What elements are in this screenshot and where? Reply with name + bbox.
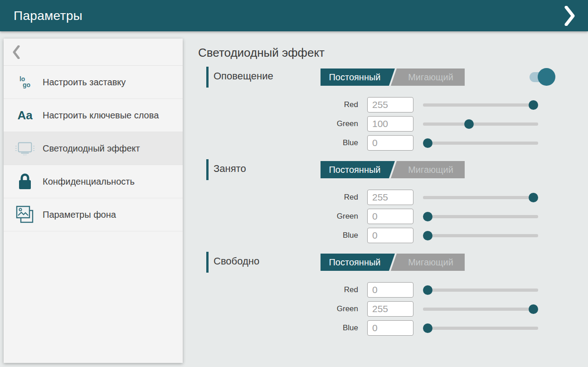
slider-track — [423, 196, 538, 199]
channel-label: Blue — [198, 231, 358, 240]
section-free: Свободно Постоянный Мигающий — [198, 252, 588, 273]
mode-segmented-control: Постоянный Мигающий — [321, 161, 465, 178]
settings-sidebar: logo Настроить заставку Aa Настроить клю… — [4, 39, 183, 363]
mode-constant-button[interactable]: Постоянный — [321, 161, 395, 178]
red-value-input[interactable] — [367, 282, 413, 298]
blue-slider[interactable] — [423, 228, 538, 243]
blue-value-input[interactable] — [367, 320, 413, 336]
blue-value-input[interactable] — [367, 135, 413, 151]
red-slider[interactable] — [423, 282, 538, 298]
section-accent-bar — [206, 67, 209, 88]
mode-constant-button[interactable]: Постоянный — [321, 69, 395, 86]
channel-label: Green — [198, 119, 358, 128]
sidebar-item-keywords[interactable]: Aa Настроить ключевые слова — [4, 99, 183, 132]
slider-track — [423, 289, 538, 292]
sidebar-back-button[interactable] — [4, 39, 183, 66]
section-accent-bar — [206, 159, 209, 180]
section-label: Занято — [214, 163, 246, 175]
slider-thumb[interactable] — [423, 285, 432, 295]
slider-track — [423, 103, 538, 107]
red-value-input[interactable] — [367, 97, 413, 113]
sidebar-item-label: Светодиодный эффект — [43, 142, 140, 154]
slider-track — [423, 308, 538, 311]
slider-track — [423, 142, 538, 145]
channel-row-green: Green — [198, 116, 588, 132]
channel-label: Green — [198, 304, 358, 313]
channel-row-blue: Blue — [198, 135, 588, 151]
green-value-input[interactable] — [367, 301, 413, 317]
slider-thumb[interactable] — [423, 212, 432, 221]
chevron-left-icon — [13, 45, 20, 59]
mode-blinking-button[interactable]: Мигающий — [391, 161, 465, 178]
sidebar-item-label: Конфиденциальность — [43, 176, 135, 187]
mode-constant-button[interactable]: Постоянный — [321, 254, 395, 271]
slider-track — [423, 234, 538, 237]
sidebar-item-led-effect[interactable]: Светодиодный эффект — [4, 132, 183, 165]
rgb-channels: Red Green Blue — [198, 282, 588, 336]
channel-row-red: Red — [198, 282, 588, 298]
sidebar-item-label: Параметры фона — [43, 209, 116, 220]
section-accent-bar — [206, 252, 209, 273]
channel-row-red: Red — [198, 190, 588, 205]
slider-thumb[interactable] — [529, 100, 538, 110]
green-slider[interactable] — [423, 116, 538, 132]
toggle-knob — [538, 68, 555, 86]
mode-segmented-control: Постоянный Мигающий — [321, 254, 465, 271]
slider-thumb[interactable] — [423, 323, 432, 333]
led-monitor-icon — [15, 140, 35, 157]
red-slider[interactable] — [423, 97, 538, 113]
channel-label: Blue — [198, 323, 358, 333]
sidebar-item-label: Настроить заставку — [43, 76, 126, 88]
logo-icon: logo — [15, 76, 35, 88]
slider-thumb[interactable] — [529, 193, 538, 202]
channel-row-red: Red — [198, 97, 588, 113]
channel-label: Green — [198, 212, 358, 221]
slider-thumb[interactable] — [423, 138, 432, 148]
sidebar-item-privacy[interactable]: Конфиденциальность — [4, 165, 183, 198]
mode-blinking-button[interactable]: Мигающий — [391, 254, 465, 271]
rgb-channels: Red Green Blue — [198, 97, 588, 151]
rgb-channels: Red Green Blue — [198, 190, 588, 243]
mode-segmented-control: Постоянный Мигающий — [321, 69, 465, 86]
lock-icon — [15, 172, 35, 191]
red-value-input[interactable] — [367, 190, 413, 205]
section-label: Свободно — [214, 255, 259, 267]
slider-thumb[interactable] — [464, 119, 474, 129]
green-slider[interactable] — [423, 301, 538, 317]
section-label: Оповещение — [214, 70, 273, 82]
app-header: Параметры — [0, 0, 588, 31]
sidebar-item-background[interactable]: Параметры фона — [4, 198, 183, 231]
channel-row-green: Green — [198, 301, 588, 317]
blue-value-input[interactable] — [367, 228, 413, 243]
chevron-right-icon[interactable] — [562, 5, 578, 26]
blue-slider[interactable] — [423, 320, 538, 336]
blue-slider[interactable] — [423, 135, 538, 151]
led-effect-panel: Светодиодный эффект Оповещение Постоянны… — [183, 31, 588, 367]
green-value-input[interactable] — [367, 209, 413, 224]
sidebar-item-screensaver[interactable]: logo Настроить заставку — [4, 66, 183, 99]
channel-label: Blue — [198, 138, 358, 147]
section-notification: Оповещение Постоянный Мигающий — [198, 67, 588, 88]
channel-row-blue: Blue — [198, 320, 588, 336]
channel-row-blue: Blue — [198, 228, 588, 243]
notification-enabled-toggle[interactable] — [530, 68, 555, 86]
section-busy: Занято Постоянный Мигающий — [198, 159, 588, 180]
slider-track — [423, 327, 538, 330]
page-title: Параметры — [14, 9, 83, 23]
mode-blinking-button[interactable]: Мигающий — [391, 69, 465, 86]
channel-label: Red — [198, 100, 358, 109]
channel-label: Red — [198, 193, 358, 202]
green-slider[interactable] — [423, 209, 538, 224]
background-images-icon — [15, 205, 35, 225]
green-value-input[interactable] — [367, 116, 413, 132]
slider-track — [423, 215, 538, 218]
panel-title: Светодиодный эффект — [198, 46, 588, 60]
slider-thumb[interactable] — [529, 304, 538, 314]
sidebar-item-label: Настроить ключевые слова — [43, 109, 159, 121]
red-slider[interactable] — [423, 190, 538, 205]
channel-row-green: Green — [198, 209, 588, 224]
channel-label: Red — [198, 285, 358, 294]
keywords-icon: Aa — [15, 108, 35, 122]
slider-track — [423, 122, 538, 126]
slider-thumb[interactable] — [423, 231, 432, 240]
